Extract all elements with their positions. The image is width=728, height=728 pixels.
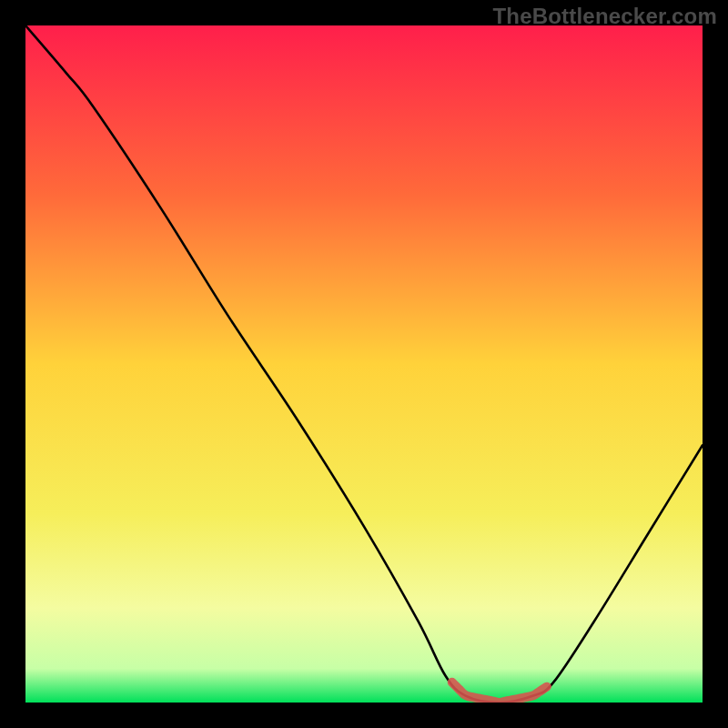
- plot-area: [25, 25, 703, 703]
- gradient-background: [25, 25, 703, 703]
- chart-svg: [25, 25, 703, 703]
- watermark-text: TheBottlenecker.com: [492, 4, 717, 29]
- chart-frame: TheBottlenecker.com: [0, 0, 728, 728]
- plot-border: [25, 25, 703, 703]
